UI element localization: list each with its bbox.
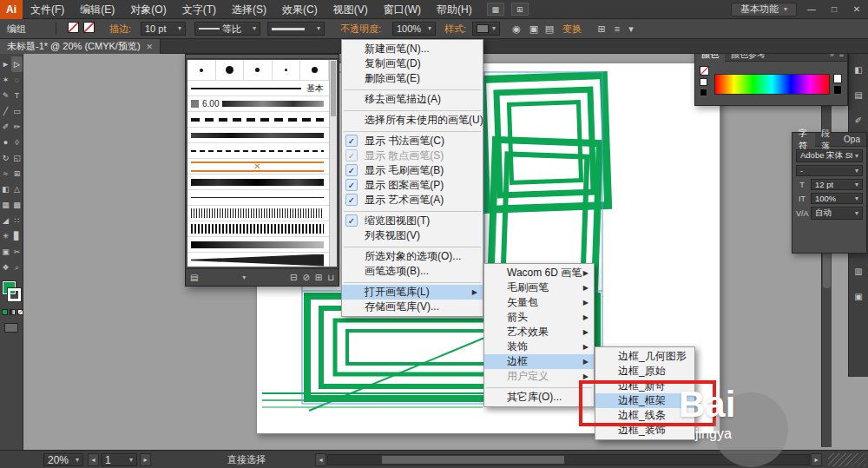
close-button[interactable]: ✕ — [849, 3, 865, 16]
gradient-tool[interactable]: ▩ — [11, 197, 23, 213]
stroke-weight-select[interactable]: 10 pt ▾ — [141, 22, 186, 36]
artboard-tool[interactable]: ▣ — [0, 244, 11, 260]
menu-item[interactable]: 窗口(W) — [376, 0, 429, 19]
opacity-select[interactable]: 100% ▾ — [392, 22, 436, 36]
menu-item[interactable]: 其它库(O)... — [484, 390, 594, 405]
brush-item-basic[interactable]: 基本 — [187, 81, 329, 96]
previous-artboard-icon[interactable]: ◂ — [88, 453, 99, 466]
brush-item[interactable] — [187, 112, 329, 128]
width-tool[interactable]: ≈ — [0, 166, 11, 181]
black-spectrum-swatch[interactable] — [833, 85, 842, 95]
menu-item[interactable]: 所选对象的选项(O)... — [342, 249, 483, 264]
menu-item[interactable]: 边框_几何图形 — [595, 349, 694, 364]
zoom-tool[interactable]: ⌕ — [11, 260, 23, 275]
zoom-level-select[interactable]: 20% ▾ — [43, 453, 83, 466]
arrange-documents-icon[interactable]: ▦ — [487, 3, 504, 16]
menu-item[interactable]: 文件(F) — [23, 0, 72, 19]
brush-item[interactable] — [187, 206, 329, 221]
tab-character[interactable]: 字符 — [792, 133, 815, 147]
direct-selection-tool[interactable]: ▷ — [11, 56, 23, 72]
color-spectrum[interactable] — [714, 74, 830, 95]
type-tool[interactable]: T — [11, 88, 23, 103]
lasso-tool[interactable]: ◌ — [11, 72, 23, 88]
font-family-select[interactable]: Adobe 宋体 Std L ▾ — [796, 149, 863, 162]
delete-brush-icon[interactable]: ⊔ — [327, 273, 334, 282]
brushes-scrollbar-thumb[interactable] — [331, 61, 336, 116]
menu-item[interactable]: 显示 书法画笔(C) — [342, 134, 483, 148]
menu-item[interactable]: 显示 图案画笔(P) — [342, 178, 483, 193]
menu-item[interactable]: 箭头 — [484, 310, 594, 325]
menu-item[interactable]: 显示 散点画笔(S) — [342, 148, 483, 163]
brush-item[interactable]: ✕ — [187, 159, 329, 175]
menu-item[interactable]: 用户定义 — [484, 369, 594, 384]
layers-panel-icon[interactable]: ▥ — [852, 264, 865, 278]
document-tab[interactable]: 未标题-1* @ 20% (CMYK/预览) ✕ — [0, 39, 161, 54]
mesh-tool[interactable]: ▦ — [0, 197, 11, 213]
close-tab-icon[interactable]: ✕ — [147, 43, 154, 51]
symbol-sprayer-tool[interactable]: ✳ — [0, 228, 11, 244]
style-label[interactable]: 样式: — [444, 22, 466, 36]
menu-item[interactable]: 毛刷画笔 — [484, 280, 594, 295]
menu-item[interactable]: 删除画笔(E) — [342, 71, 483, 86]
menu-item[interactable]: 打开画笔库(L) — [342, 285, 483, 300]
brush-item[interactable] — [187, 253, 329, 267]
none-swatch[interactable] — [700, 66, 709, 76]
stroke-color-swatch[interactable] — [83, 22, 95, 33]
brushes-panel-icon[interactable]: ✐ — [852, 113, 865, 127]
brush-item[interactable] — [187, 221, 329, 237]
menu-item[interactable]: 显示 艺术画笔(A) — [342, 193, 483, 208]
pen-tool[interactable]: ✎ — [0, 88, 11, 103]
font-size-select[interactable]: 12 pt ▾ — [811, 179, 863, 190]
swatches-panel-icon[interactable]: ▤ — [852, 88, 865, 102]
recolor-artwork-icon[interactable]: ◉ — [509, 22, 524, 36]
fill-color-swatch[interactable] — [68, 22, 79, 33]
new-brush-icon[interactable]: ⊞ — [315, 273, 322, 282]
tracking-select[interactable]: 自动 ▾ — [811, 207, 863, 220]
menu-item[interactable]: 画笔选项(B)... — [342, 264, 483, 279]
tab-paragraph[interactable]: 段落 — [815, 133, 838, 147]
align-icon[interactable]: ⊞ — [594, 22, 609, 36]
brush-item[interactable] — [187, 128, 329, 143]
minimize-button[interactable]: — — [804, 3, 819, 16]
menu-item[interactable]: 存储画笔库(V)... — [342, 300, 483, 314]
color-mode-gradient[interactable] — [10, 309, 16, 315]
white-spectrum-swatch[interactable] — [833, 74, 842, 83]
slice-tool[interactable]: ✂ — [11, 244, 23, 260]
eyedropper-tool[interactable]: ◢ — [0, 213, 11, 228]
magic-wand-tool[interactable]: ✶ — [0, 72, 11, 88]
brush-item[interactable] — [187, 143, 329, 159]
blob-brush-tool[interactable]: ● — [0, 135, 11, 150]
free-transform-tool[interactable]: ⊞ — [11, 166, 23, 181]
rectangle-tool[interactable]: ▭ — [11, 103, 23, 119]
menu-item[interactable]: 选择(S) — [224, 0, 274, 19]
menu-item[interactable]: 装饰 — [484, 339, 594, 354]
paintbrush-tool[interactable]: ✐ — [0, 119, 11, 135]
menu-item[interactable]: 边框 — [484, 354, 594, 369]
brush-item-bristle[interactable]: 6.00 — [187, 96, 329, 112]
scale-tool[interactable]: ◱ — [11, 150, 23, 166]
selection-tool[interactable]: ► — [0, 56, 11, 72]
artboard-navigation-select[interactable]: 1 ▾ — [101, 453, 137, 466]
menu-item[interactable]: 效果(C) — [274, 0, 326, 19]
rotate-tool[interactable]: ↻ — [0, 150, 11, 166]
width-profile-select[interactable]: 等比 ▾ — [194, 22, 260, 36]
menu-item[interactable]: 显示 毛刷画笔(B) — [342, 163, 483, 178]
scroll-left-icon[interactable]: ◂ — [315, 453, 326, 466]
brush-item[interactable] — [187, 175, 329, 190]
transform-label[interactable]: 变换 — [562, 22, 582, 36]
menu-item[interactable]: 艺术效果 — [484, 325, 594, 339]
menu-item[interactable]: 选择所有未使用的画笔(U) — [342, 113, 483, 128]
black-swatch[interactable] — [700, 89, 707, 96]
brush-libraries-icon[interactable]: ▤ — [190, 273, 198, 282]
resize-grip[interactable] — [828, 453, 866, 466]
horizontal-scrollbar-thumb[interactable] — [382, 456, 564, 464]
opacity-label[interactable]: 不透明度: — [340, 22, 381, 36]
brushes-scrollbar[interactable] — [329, 60, 337, 267]
line-tool[interactable]: ╱ — [0, 103, 11, 119]
color-mode-color[interactable] — [2, 309, 8, 315]
vertical-scale-select[interactable]: 100% ▾ — [811, 193, 863, 204]
hand-tool[interactable]: ❖ — [0, 260, 11, 275]
menu-item[interactable]: 文字(T) — [174, 0, 224, 19]
brush-item[interactable] — [187, 237, 329, 253]
shape-builder-tool[interactable]: ◧ — [0, 181, 11, 197]
